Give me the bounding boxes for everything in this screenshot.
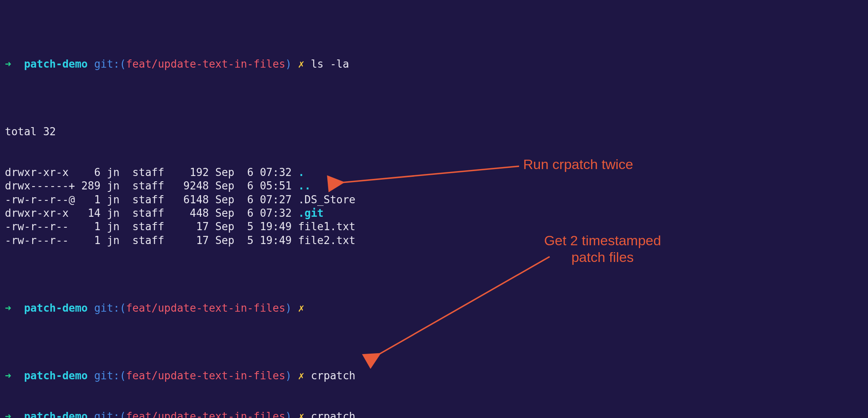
perm: drwx------+ xyxy=(5,180,75,192)
ls-row: drwxr-xr-x 6 jn staff 192 Sep 6 07:32 . xyxy=(5,166,863,179)
dirty-icon: ✗ xyxy=(298,370,305,382)
date: Sep 6 05:51 xyxy=(215,180,292,192)
links: 1 xyxy=(81,220,101,233)
prompt-arrow-icon: ➜ xyxy=(5,370,11,382)
dirty-icon: ✗ xyxy=(298,302,305,314)
prompt-arrow-icon: ➜ xyxy=(5,302,11,314)
ls-row: -rw-r--r--@ 1 jn staff 6148 Sep 6 07:27 … xyxy=(5,193,863,207)
ls-row: -rw-r--r-- 1 jn staff 17 Sep 5 19:49 fil… xyxy=(5,220,863,233)
date: Sep 6 07:32 xyxy=(215,166,292,178)
perm: -rw-r--r--@ xyxy=(5,194,75,206)
prompt-dir: patch-demo xyxy=(24,410,88,418)
prompt-arrow-icon: ➜ xyxy=(5,58,11,70)
links: 1 xyxy=(81,234,101,246)
git-label: git:( xyxy=(94,370,126,382)
command-text: crpatch xyxy=(311,370,355,382)
user: jn xyxy=(107,194,119,206)
prompt-dir: patch-demo xyxy=(24,302,88,314)
group: staff xyxy=(132,166,164,178)
prompt-arrow-icon: ➜ xyxy=(5,410,11,418)
group: staff xyxy=(132,207,164,219)
user: jn xyxy=(107,220,119,233)
git-close: ) xyxy=(285,58,292,70)
git-label: git:( xyxy=(94,58,126,70)
prompt-line: ➜ patch-demo git:(feat/update-text-in-fi… xyxy=(5,57,863,71)
git-close: ) xyxy=(285,410,292,418)
filename: . xyxy=(298,166,305,178)
perm: -rw-r--r-- xyxy=(5,234,75,246)
prompt-line: ➜ patch-demo git:(feat/update-text-in-fi… xyxy=(5,301,863,315)
date: Sep 6 07:32 xyxy=(215,207,292,219)
command-text: ls -la xyxy=(311,58,349,70)
size: 448 xyxy=(177,207,209,219)
group: staff xyxy=(132,220,164,233)
size: 9248 xyxy=(177,180,209,192)
size: 17 xyxy=(177,220,209,233)
perm: drwxr-xr-x xyxy=(5,207,75,219)
date: Sep 5 19:49 xyxy=(215,234,292,246)
ls-listing-1: drwxr-xr-x 6 jn staff 192 Sep 6 07:32 .d… xyxy=(5,166,863,247)
size: 17 xyxy=(177,234,209,246)
prompt-dir: patch-demo xyxy=(24,370,88,382)
links: 6 xyxy=(81,166,101,178)
git-branch: feat/update-text-in-files xyxy=(126,302,285,314)
dirty-icon: ✗ xyxy=(298,58,305,70)
git-close: ) xyxy=(285,302,292,314)
filename: .git xyxy=(298,207,324,219)
git-label: git:( xyxy=(94,302,126,314)
git-label: git:( xyxy=(94,410,126,418)
perm: drwxr-xr-x xyxy=(5,166,75,178)
links: 14 xyxy=(81,207,101,219)
group: staff xyxy=(132,180,164,192)
date: Sep 6 07:27 xyxy=(215,194,292,206)
group: staff xyxy=(132,194,164,206)
user: jn xyxy=(107,234,119,246)
size: 6148 xyxy=(177,194,209,206)
ls-total: total 32 xyxy=(5,125,863,139)
git-branch: feat/update-text-in-files xyxy=(126,370,285,382)
perm: -rw-r--r-- xyxy=(5,220,75,233)
links: 289 xyxy=(81,180,101,192)
terminal-output[interactable]: ➜ patch-demo git:(feat/update-text-in-fi… xyxy=(0,0,868,418)
filename: .. xyxy=(298,180,311,192)
group: staff xyxy=(132,234,164,246)
filename: file2.txt xyxy=(298,234,355,246)
ls-row: -rw-r--r-- 1 jn staff 17 Sep 5 19:49 fil… xyxy=(5,234,863,247)
filename: file1.txt xyxy=(298,220,355,233)
git-branch: feat/update-text-in-files xyxy=(126,58,285,70)
user: jn xyxy=(107,207,119,219)
ls-row: drwxr-xr-x 14 jn staff 448 Sep 6 07:32 .… xyxy=(5,207,863,220)
prompt-line: ➜ patch-demo git:(feat/update-text-in-fi… xyxy=(5,410,863,418)
date: Sep 5 19:49 xyxy=(215,220,292,233)
command-text: crpatch xyxy=(311,410,355,418)
dirty-icon: ✗ xyxy=(298,410,305,418)
prompt-line: ➜ patch-demo git:(feat/update-text-in-fi… xyxy=(5,369,863,383)
ls-row: drwx------+ 289 jn staff 9248 Sep 6 05:5… xyxy=(5,179,863,193)
git-branch: feat/update-text-in-files xyxy=(126,410,285,418)
filename: .DS_Store xyxy=(298,194,355,206)
size: 192 xyxy=(177,166,209,178)
git-close: ) xyxy=(285,370,292,382)
links: 1 xyxy=(81,194,101,206)
prompt-dir: patch-demo xyxy=(24,58,88,70)
user: jn xyxy=(107,180,119,192)
user: jn xyxy=(107,166,119,178)
